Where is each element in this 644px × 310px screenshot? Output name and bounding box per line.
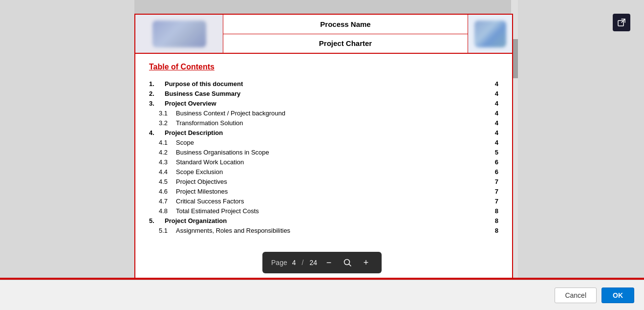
total-pages: 24 bbox=[309, 259, 317, 266]
toc-row-4-8: 4.8 Total Estimated Project Costs 8 bbox=[149, 207, 498, 215]
toc-label-5: Project Organization bbox=[165, 217, 489, 224]
logo-right-image bbox=[474, 21, 506, 47]
toc-label-4-2: Business Organisations in Scope bbox=[176, 149, 489, 156]
toc-label-4: Project Description bbox=[165, 129, 489, 136]
toc-row-4-6: 4.6 Project Milestones 7 bbox=[149, 188, 498, 195]
page-toolbar: Page 4 / 24 − + bbox=[262, 252, 382, 273]
toc-row-5-1: 5.1 Assignments, Roles and Responsibilit… bbox=[149, 227, 498, 234]
zoom-icon bbox=[341, 256, 354, 269]
toc-num-4-8: 4.8 bbox=[149, 207, 176, 215]
toc-row-1: 1. Purpose of this document 4 bbox=[149, 80, 498, 88]
toc-page-4-1: 4 bbox=[489, 139, 498, 146]
process-name-text: Process Name bbox=[320, 20, 370, 28]
header-logo-right bbox=[468, 15, 512, 53]
document-content: Table of Contents 1. Purpose of this doc… bbox=[135, 54, 512, 245]
toc-page-4-5: 7 bbox=[489, 178, 498, 185]
toc-num-4-7: 4.7 bbox=[149, 198, 176, 205]
cancel-button[interactable]: Cancel bbox=[555, 288, 597, 303]
toc-page-3-2: 4 bbox=[489, 119, 498, 127]
right-panel bbox=[512, 0, 644, 279]
toc-label-5-1: Assignments, Roles and Responsibilities bbox=[176, 227, 489, 234]
toc-page-5: 8 bbox=[489, 217, 498, 224]
toc-row-3: 3. Project Overview 4 bbox=[149, 100, 498, 107]
toc-page-2: 4 bbox=[489, 90, 498, 97]
toc-row-4-1: 4.1 Scope 4 bbox=[149, 139, 498, 146]
toc-num-3-1: 3.1 bbox=[149, 110, 176, 117]
toc-label-3-1: Business Context / Project background bbox=[176, 110, 489, 117]
external-link-button[interactable] bbox=[613, 14, 630, 31]
page-label: Page bbox=[271, 259, 287, 266]
toc-page-4-6: 7 bbox=[489, 188, 498, 195]
zoom-in-button[interactable]: + bbox=[359, 256, 373, 269]
toc-label-4-8: Total Estimated Project Costs bbox=[176, 207, 489, 215]
toc-label-3-2: Transformation Solution bbox=[176, 119, 489, 127]
toc-page-5-1: 8 bbox=[489, 227, 498, 234]
bottom-bar: Cancel OK bbox=[0, 280, 644, 310]
toc-row-3-2: 3.2 Transformation Solution 4 bbox=[149, 119, 498, 127]
toc-row-4: 4. Project Description 4 bbox=[149, 129, 498, 136]
page-separator: / bbox=[302, 259, 304, 266]
toc-num-3: 3. bbox=[149, 100, 165, 107]
outer-background: Process Name Project Charter Table of Co… bbox=[0, 0, 644, 310]
toc-label-4-7: Critical Success Factors bbox=[176, 198, 489, 205]
toc-title: Table of Contents bbox=[149, 63, 498, 71]
toc-page-4-3: 6 bbox=[489, 158, 498, 166]
toc-page-4-4: 6 bbox=[489, 168, 498, 176]
project-charter-cell: Project Charter bbox=[223, 34, 468, 53]
toc-page-3: 4 bbox=[489, 100, 498, 107]
toc-label-2: Business Case Summary bbox=[165, 90, 489, 97]
toc-row-5: 5. Project Organization 8 bbox=[149, 217, 498, 224]
toc-num-4-3: 4.3 bbox=[149, 158, 176, 166]
zoom-out-button[interactable]: − bbox=[322, 256, 336, 269]
toc-num-4: 4. bbox=[149, 129, 165, 136]
process-name-cell: Process Name bbox=[223, 15, 468, 34]
toc-row-4-5: 4.5 Project Objectives 7 bbox=[149, 178, 498, 185]
left-panel bbox=[0, 0, 134, 279]
toc-label-4-3: Standard Work Location bbox=[176, 158, 489, 166]
toc-num-4-6: 4.6 bbox=[149, 188, 176, 195]
toc-num-4-4: 4.4 bbox=[149, 168, 176, 176]
toc-num-4-2: 4.2 bbox=[149, 149, 176, 156]
toc-label-4-5: Project Objectives bbox=[176, 178, 489, 185]
toc-page-3-1: 4 bbox=[489, 110, 498, 117]
document-header: Process Name Project Charter bbox=[135, 15, 512, 54]
logo-left-image bbox=[152, 21, 206, 47]
toc-label-1: Purpose of this document bbox=[165, 80, 489, 88]
toc-label-4-1: Scope bbox=[176, 139, 489, 146]
toc-num-2: 2. bbox=[149, 90, 165, 97]
toc-num-4-5: 4.5 bbox=[149, 178, 176, 185]
toc-num-1: 1. bbox=[149, 80, 165, 88]
toc-page-4-2: 5 bbox=[489, 149, 498, 156]
toc-row-3-1: 3.1 Business Context / Project backgroun… bbox=[149, 110, 498, 117]
toc-label-4-4: Scope Exclusion bbox=[176, 168, 489, 176]
ok-button[interactable]: OK bbox=[601, 288, 634, 303]
toc-label-3: Project Overview bbox=[165, 100, 489, 107]
toc-page-4: 4 bbox=[489, 129, 498, 136]
current-page: 4 bbox=[292, 259, 296, 266]
toc-row-4-2: 4.2 Business Organisations in Scope 5 bbox=[149, 149, 498, 156]
svg-point-1 bbox=[344, 260, 349, 265]
header-middle: Process Name Project Charter bbox=[223, 15, 468, 53]
document-area: Process Name Project Charter Table of Co… bbox=[134, 14, 513, 280]
toc-row-4-3: 4.3 Standard Work Location 6 bbox=[149, 158, 498, 166]
toc-page-1: 4 bbox=[489, 80, 498, 88]
toc-num-4-1: 4.1 bbox=[149, 139, 176, 146]
header-logo-left bbox=[135, 15, 223, 53]
toc-row-4-4: 4.4 Scope Exclusion 6 bbox=[149, 168, 498, 176]
toc-page-4-7: 7 bbox=[489, 198, 498, 205]
toc-num-5: 5. bbox=[149, 217, 165, 224]
toc-num-3-2: 3.2 bbox=[149, 119, 176, 127]
toc-row-4-7: 4.7 Critical Success Factors 7 bbox=[149, 198, 498, 205]
svg-line-2 bbox=[349, 265, 351, 266]
toc-table: 1. Purpose of this document 4 2. Busines… bbox=[149, 80, 498, 234]
toc-row-2: 2. Business Case Summary 4 bbox=[149, 90, 498, 97]
toc-page-4-8: 8 bbox=[489, 207, 498, 215]
project-charter-text: Project Charter bbox=[319, 39, 372, 47]
toc-label-4-6: Project Milestones bbox=[176, 188, 489, 195]
toc-num-5-1: 5.1 bbox=[149, 227, 176, 234]
